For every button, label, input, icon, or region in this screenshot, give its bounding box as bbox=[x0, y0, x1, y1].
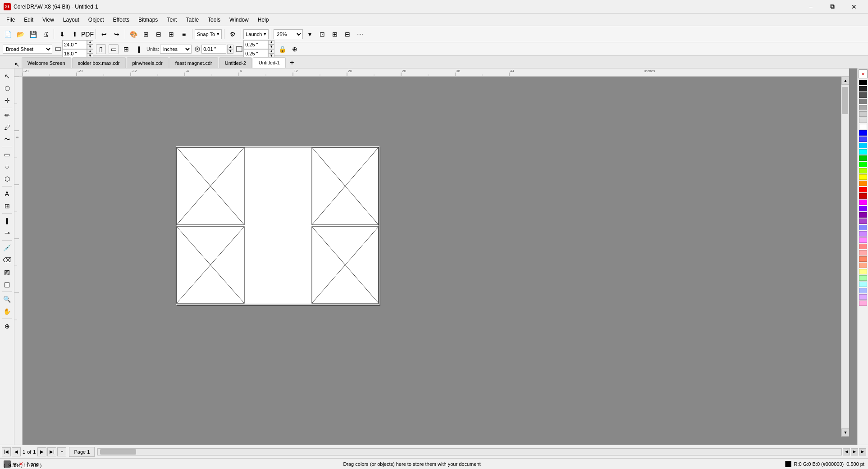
page-last-btn[interactable]: ▶| bbox=[47, 447, 56, 456]
color-lime[interactable] bbox=[859, 168, 867, 173]
landscape-btn[interactable]: ▭ bbox=[109, 44, 119, 54]
color-grey1[interactable] bbox=[859, 99, 867, 104]
color-salmon[interactable] bbox=[859, 256, 867, 262]
node-tool[interactable]: ⬡ bbox=[1, 82, 13, 94]
grid-button[interactable]: ⊞ bbox=[165, 28, 177, 40]
dim-x-down[interactable]: ▼ bbox=[268, 45, 274, 49]
ellipse-tool[interactable]: ○ bbox=[1, 161, 13, 173]
connector-tool[interactable]: ⊸ bbox=[1, 227, 13, 239]
parallel-tool[interactable]: ∥ bbox=[1, 215, 13, 227]
page-border-btn[interactable]: ∥ bbox=[134, 44, 144, 54]
units-select[interactable]: inches mm cm bbox=[160, 45, 192, 54]
color-mode-button[interactable]: 🎨 bbox=[128, 28, 139, 40]
color-blue2[interactable] bbox=[859, 137, 867, 142]
page-preset-select[interactable]: Broad Sheet bbox=[3, 45, 52, 54]
color-palepink[interactable] bbox=[859, 301, 867, 306]
color-lightlime[interactable] bbox=[859, 275, 867, 281]
menu-help[interactable]: Help bbox=[253, 15, 274, 25]
add-plus-btn[interactable]: ⊕ bbox=[1, 320, 13, 332]
menu-effects[interactable]: Effects bbox=[109, 15, 134, 25]
tab-welcome[interactable]: Welcome Screen bbox=[22, 57, 71, 68]
color-orange[interactable] bbox=[859, 181, 867, 186]
transform-tool[interactable]: ✛ bbox=[1, 95, 13, 106]
import-button[interactable]: ⬇ bbox=[56, 28, 68, 40]
table-tool[interactable]: ⊞ bbox=[1, 200, 13, 212]
polygon-tool[interactable]: ⬡ bbox=[1, 173, 13, 185]
zoom-tool[interactable]: 🔍 bbox=[1, 293, 13, 305]
color-pink[interactable] bbox=[859, 237, 867, 243]
height-up[interactable]: ▲ bbox=[87, 49, 93, 54]
color-grey4[interactable] bbox=[859, 118, 867, 123]
tab-untitled1[interactable]: Untitled-1 bbox=[253, 57, 286, 68]
page-options-btn[interactable]: ⊞ bbox=[121, 44, 131, 54]
snap-to-dropdown[interactable]: Snap To ▾ bbox=[195, 29, 222, 39]
options-button[interactable]: ⚙ bbox=[227, 28, 238, 40]
eraser-tool[interactable]: ⌫ bbox=[1, 254, 13, 266]
tab-pinwheels[interactable]: pinwheels.cdr bbox=[127, 57, 169, 68]
snap-grid-button[interactable]: ⊟ bbox=[153, 28, 164, 40]
save-button[interactable]: 💾 bbox=[27, 28, 39, 40]
menu-layout[interactable]: Layout bbox=[59, 15, 84, 25]
nudge-input[interactable] bbox=[201, 45, 226, 54]
color-lightpink[interactable] bbox=[859, 250, 867, 255]
artistic-tool[interactable]: 〜 bbox=[1, 134, 13, 146]
zoom-select[interactable]: 25% 50% 75% 100% bbox=[274, 29, 303, 39]
zoom-dropdown-btn[interactable]: ▾ bbox=[304, 28, 315, 40]
vscroll-thumb[interactable] bbox=[842, 87, 848, 114]
page-first-btn[interactable]: |◀ bbox=[2, 447, 11, 456]
tab-untitled2[interactable]: Untitled-2 bbox=[219, 57, 252, 68]
snap-nodes-button[interactable]: ⊞ bbox=[140, 28, 152, 40]
dim-y-up[interactable]: ▲ bbox=[268, 49, 274, 54]
page-add-btn[interactable]: + bbox=[57, 447, 66, 456]
color-white[interactable] bbox=[859, 124, 867, 129]
portrait-btn[interactable]: ▯ bbox=[96, 44, 106, 54]
select-tool[interactable]: ↖ bbox=[1, 70, 13, 82]
zoom-width-btn[interactable]: ⊟ bbox=[342, 28, 353, 40]
add-page-btn[interactable]: ⊕ bbox=[290, 44, 300, 54]
color-lightpurple[interactable] bbox=[859, 231, 867, 237]
hscroll-left-btn[interactable]: ◀ bbox=[843, 448, 850, 455]
redo-button[interactable]: ↪ bbox=[111, 28, 123, 40]
minimize-button[interactable]: − bbox=[800, 0, 821, 14]
color-magenta[interactable] bbox=[859, 200, 867, 205]
color-lightred[interactable] bbox=[859, 244, 867, 249]
vscroll-up-btn[interactable]: ▲ bbox=[841, 77, 849, 85]
pen-tool[interactable]: 🖊 bbox=[1, 122, 13, 133]
color-yellow[interactable] bbox=[859, 174, 867, 180]
color-grey3[interactable] bbox=[859, 111, 867, 117]
color-grey2[interactable] bbox=[859, 105, 867, 110]
zoom-custom-btn[interactable]: ⋯ bbox=[354, 28, 366, 40]
color-green2[interactable] bbox=[859, 162, 867, 167]
menu-table[interactable]: Table bbox=[181, 15, 203, 25]
print-button[interactable]: 🖨 bbox=[40, 28, 51, 40]
tab-solder[interactable]: solder box.max.cdr bbox=[72, 57, 126, 68]
vscroll-down-btn[interactable]: ▼ bbox=[841, 428, 849, 437]
width-up[interactable]: ▲ bbox=[87, 40, 93, 45]
color-cyan1[interactable] bbox=[859, 143, 867, 148]
dim-x-input[interactable] bbox=[243, 40, 268, 49]
dynamic-guides-button[interactable]: ≡ bbox=[178, 28, 190, 40]
color-lightviolet[interactable] bbox=[859, 294, 867, 300]
hscroll-right-btn[interactable]: ▶ bbox=[851, 448, 858, 455]
color-dark1[interactable] bbox=[859, 86, 867, 91]
color-lightblue[interactable] bbox=[859, 225, 867, 230]
page-prev-btn[interactable]: ◀ bbox=[12, 447, 21, 456]
menu-file[interactable]: File bbox=[2, 15, 19, 25]
open-button[interactable]: 📂 bbox=[14, 28, 26, 40]
page-next-btn[interactable]: ▶ bbox=[37, 447, 46, 456]
undo-button[interactable]: ↩ bbox=[98, 28, 110, 40]
color-purple1[interactable] bbox=[859, 206, 867, 211]
zoom-page-btn[interactable]: ⊞ bbox=[329, 28, 341, 40]
dim-y-input[interactable] bbox=[243, 49, 268, 58]
page-height-input[interactable] bbox=[62, 49, 87, 58]
color-red1[interactable] bbox=[859, 187, 867, 192]
tool-mode-icon[interactable]: ↖ bbox=[14, 61, 20, 68]
color-red2[interactable] bbox=[859, 193, 867, 199]
add-tab-button[interactable]: + bbox=[287, 57, 297, 68]
color-lightyellow[interactable] bbox=[859, 269, 867, 274]
color-lightcyan[interactable] bbox=[859, 282, 867, 287]
tab-feast[interactable]: feast magnet.cdr bbox=[169, 57, 218, 68]
color-blue1[interactable] bbox=[859, 130, 867, 136]
color-dark2[interactable] bbox=[859, 92, 867, 98]
transparency-tool[interactable]: ◫ bbox=[1, 278, 13, 290]
